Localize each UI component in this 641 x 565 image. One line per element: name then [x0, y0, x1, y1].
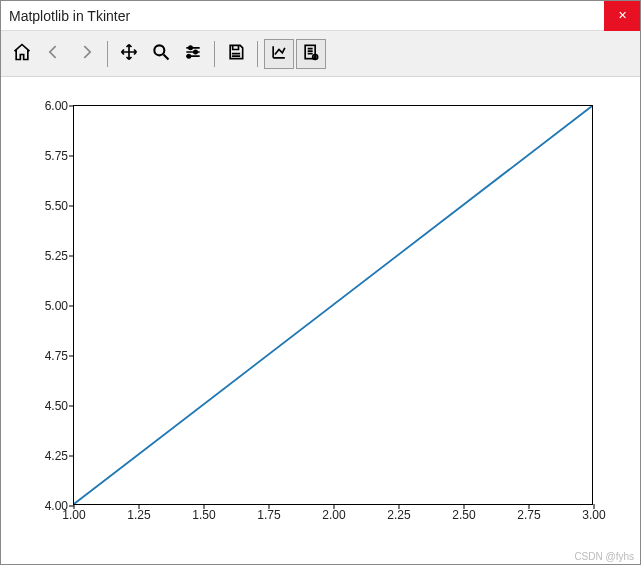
figure-canvas[interactable]: 4.004.254.504.755.005.255.505.756.00 1.0… — [1, 77, 640, 564]
x-tick-label: 2.75 — [517, 508, 540, 522]
close-button[interactable]: ✕ — [604, 1, 640, 31]
y-tick-label: 5.75 — [45, 149, 68, 163]
svg-point-1 — [189, 46, 192, 49]
zoom-icon — [151, 42, 171, 66]
home-icon — [12, 42, 32, 66]
y-tickmark — [69, 456, 74, 457]
y-tick-label: 4.25 — [45, 449, 68, 463]
y-tick-label: 4.50 — [45, 399, 68, 413]
x-tick-label: 2.25 — [387, 508, 410, 522]
matplotlib-toolbar — [1, 31, 640, 77]
titlebar: Matplotlib in Tkinter ✕ — [1, 1, 640, 31]
y-tickmark — [69, 256, 74, 257]
watermark-text: CSDN @fyhs — [574, 551, 634, 562]
axes-frame: 4.004.254.504.755.005.255.505.756.00 1.0… — [73, 105, 593, 505]
toolbar-separator — [214, 41, 215, 67]
axes-icon — [269, 42, 289, 66]
save-button[interactable] — [221, 39, 251, 69]
forward-icon — [76, 42, 96, 66]
svg-point-2 — [194, 50, 197, 53]
y-tickmark — [69, 206, 74, 207]
home-button[interactable] — [7, 39, 37, 69]
params-icon — [301, 42, 321, 66]
back-icon — [44, 42, 64, 66]
x-tick-label: 1.50 — [192, 508, 215, 522]
configure-icon — [183, 42, 203, 66]
y-tickmark — [69, 406, 74, 407]
back-button[interactable] — [39, 39, 69, 69]
edit-axes-button[interactable] — [264, 39, 294, 69]
y-tick-label: 5.50 — [45, 199, 68, 213]
y-tickmark — [69, 356, 74, 357]
y-tick-label: 5.00 — [45, 299, 68, 313]
y-tick-label: 4.75 — [45, 349, 68, 363]
configure-subplots-button[interactable] — [178, 39, 208, 69]
x-tick-label: 3.00 — [582, 508, 605, 522]
svg-point-0 — [154, 45, 164, 55]
svg-point-3 — [187, 54, 190, 57]
x-tick-label: 1.25 — [127, 508, 150, 522]
toolbar-separator — [107, 41, 108, 67]
save-icon — [226, 42, 246, 66]
pan-icon — [119, 42, 139, 66]
x-tick-label: 2.50 — [452, 508, 475, 522]
forward-button[interactable] — [71, 39, 101, 69]
zoom-button[interactable] — [146, 39, 176, 69]
line-plot — [74, 106, 592, 504]
window-title: Matplotlib in Tkinter — [9, 8, 130, 24]
x-tick-label: 1.00 — [62, 508, 85, 522]
svg-line-6 — [74, 106, 592, 504]
y-tickmark — [69, 156, 74, 157]
x-tick-label: 1.75 — [257, 508, 280, 522]
close-icon: ✕ — [618, 9, 627, 22]
toolbar-separator — [257, 41, 258, 67]
y-tick-label: 5.25 — [45, 249, 68, 263]
pan-button[interactable] — [114, 39, 144, 69]
y-tickmark — [69, 106, 74, 107]
x-tick-label: 2.00 — [322, 508, 345, 522]
edit-params-button[interactable] — [296, 39, 326, 69]
y-tickmark — [69, 306, 74, 307]
y-tick-label: 6.00 — [45, 99, 68, 113]
